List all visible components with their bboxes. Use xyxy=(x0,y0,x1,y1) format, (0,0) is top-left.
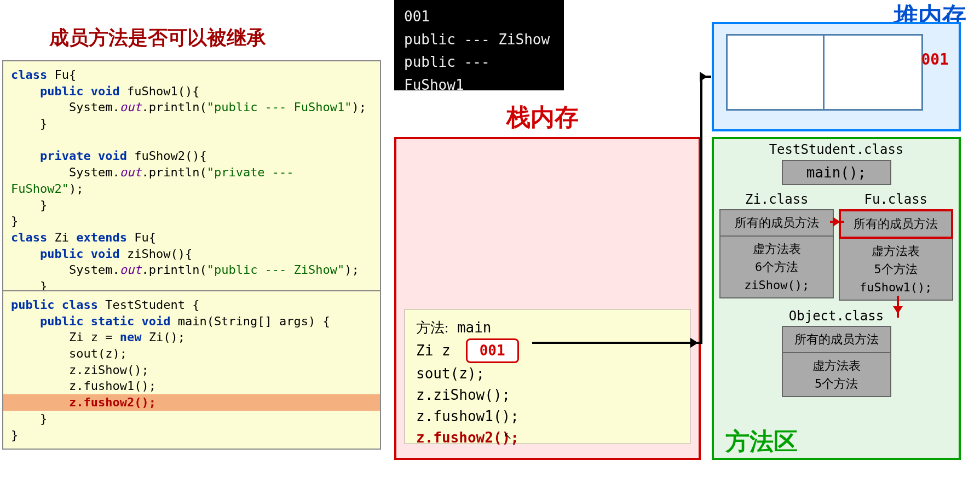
code-block-test: public class TestStudent { public static… xyxy=(2,290,381,450)
t: } xyxy=(11,428,18,442)
vmt-title: 虚方法表 xyxy=(842,242,950,260)
t: .println( xyxy=(141,263,206,277)
kw: public void xyxy=(40,247,120,261)
t: Zi xyxy=(47,231,76,244)
kw: class xyxy=(11,68,47,82)
t: sout(z); xyxy=(69,347,127,360)
frame-line: z.ziShow(); xyxy=(416,384,679,406)
fu-class-column: Fu.class 所有的成员方法 虚方法表 5个方法 fuShow1(); xyxy=(839,192,953,301)
err: z.fushow2(); xyxy=(69,395,156,409)
t: } xyxy=(40,117,47,130)
t: .println( xyxy=(141,100,206,114)
arrow-seg xyxy=(700,76,702,344)
class-pair-row: Zi.class 所有的成员方法 虚方法表 6个方法 ziShow(); Fu.… xyxy=(717,192,955,301)
heap-cell xyxy=(726,34,825,111)
kw: public static void xyxy=(40,314,170,328)
t: } xyxy=(11,214,18,228)
console-output: 001 public --- ZiShow public --- FuShow1 xyxy=(394,0,564,90)
cursor-icon: ↖ xyxy=(504,430,512,442)
stack-memory-label: 栈内存 xyxy=(506,101,579,134)
t: Fu{ xyxy=(127,231,156,244)
frame-line-error: z.fushow2(); xyxy=(416,427,679,449)
fu-vmt-box: 虚方法表 5个方法 fuShow1(); xyxy=(839,239,953,301)
method-area-label: 方法区 xyxy=(725,426,798,458)
str: "public --- FuShow1" xyxy=(207,100,352,114)
frame-title-name: main xyxy=(448,319,491,336)
vmt-method: fuShow1(); xyxy=(842,278,950,296)
heap-object xyxy=(726,34,923,111)
t: Fu{ xyxy=(47,68,76,82)
vmt-title: 虚方法表 xyxy=(785,357,888,375)
console-line: public --- FuShow1 xyxy=(404,51,554,96)
t: ); xyxy=(352,100,367,114)
t: } xyxy=(40,412,47,426)
highlighted-error-line: z.fushow2(); xyxy=(3,394,380,411)
t: System. xyxy=(69,263,120,277)
console-line: public --- ZiShow xyxy=(404,28,554,51)
t: System. xyxy=(69,165,120,179)
fld: out xyxy=(120,263,142,277)
t: System. xyxy=(69,100,120,114)
fld: out xyxy=(120,100,142,114)
zi-class-label: Zi.class xyxy=(719,192,834,207)
t: fuShow1(){ xyxy=(120,84,200,98)
frame-line: z.fushow1(); xyxy=(416,406,679,427)
classname: TestStudent xyxy=(769,142,856,157)
heap-address: 001 xyxy=(921,50,949,68)
t: TestStudent { xyxy=(98,298,199,312)
fld: out xyxy=(120,165,142,179)
main-method-box: main(); xyxy=(782,160,891,185)
code-block-fuzi: class Fu{ public void fuShow1(){ System.… xyxy=(2,60,381,317)
kw: class xyxy=(11,231,47,244)
zi-class-column: Zi.class 所有的成员方法 虚方法表 6个方法 ziShow(); xyxy=(719,192,834,301)
vmt-count: 5个方法 xyxy=(842,260,950,278)
class-suffix: .class xyxy=(856,142,904,157)
t: .println( xyxy=(141,165,206,179)
t: ziShow(){ xyxy=(120,247,192,261)
object-class-label: Object.class xyxy=(782,308,891,324)
teststudent-class-label: TestStudent.class xyxy=(714,142,959,157)
frame-var: Zi z xyxy=(416,342,451,359)
page-title: 成员方法是否可以被继承 xyxy=(49,25,266,51)
object-members-box: 所有的成员方法 xyxy=(782,326,891,353)
stack-memory-box: 方法: main Zi z001 sout(z); z.ziShow(); z.… xyxy=(394,137,701,460)
heap-cell xyxy=(825,34,923,111)
kw: new xyxy=(120,330,142,344)
zi-vmt-box: 虚方法表 6个方法 ziShow(); xyxy=(719,237,834,298)
fu-class-label: Fu.class xyxy=(839,192,953,207)
address-value: 001 xyxy=(466,338,519,363)
t: z.fushow1(); xyxy=(69,379,156,393)
vmt-count: 5个方法 xyxy=(785,375,888,393)
frame-line: sout(z); xyxy=(416,363,679,384)
heap-memory-box: 001 xyxy=(712,22,961,131)
fu-members-box: 所有的成员方法 xyxy=(839,209,953,239)
vmt-title: 虚方法表 xyxy=(723,240,831,258)
zi-members-box: 所有的成员方法 xyxy=(719,209,834,237)
t: Zi(); xyxy=(141,330,185,344)
t: } xyxy=(40,198,47,212)
vmt-count: 6个方法 xyxy=(723,258,831,276)
object-vmt-box: 虚方法表 5个方法 xyxy=(782,353,891,397)
vmt-method: ziShow(); xyxy=(723,276,831,294)
t: ); xyxy=(344,263,359,277)
t: z.ziShow(); xyxy=(69,363,149,377)
kw: public void xyxy=(40,84,120,98)
console-line: 001 xyxy=(404,5,554,28)
t: ); xyxy=(69,182,84,196)
t: main(String[] args) { xyxy=(170,314,330,328)
arrow-fu-to-object xyxy=(897,296,899,318)
kw: public class xyxy=(11,298,98,312)
object-class-column: Object.class 所有的成员方法 虚方法表 5个方法 xyxy=(782,308,891,397)
arrow-stack-to-heap xyxy=(532,342,702,344)
kw: private void xyxy=(40,149,127,163)
stack-frame-main: 方法: main Zi z001 sout(z); z.ziShow(); z.… xyxy=(405,309,690,444)
t: fuShow2(){ xyxy=(127,149,207,163)
arrow-zi-to-fu xyxy=(830,221,844,223)
kw: extends xyxy=(76,231,127,244)
arrow-seg-head xyxy=(700,76,711,78)
str: "public --- ZiShow" xyxy=(207,263,345,277)
frame-title: 方法: xyxy=(416,320,448,336)
method-area-box: TestStudent.class main(); Zi.class 所有的成员… xyxy=(712,137,961,460)
t: Zi z = xyxy=(69,330,120,344)
